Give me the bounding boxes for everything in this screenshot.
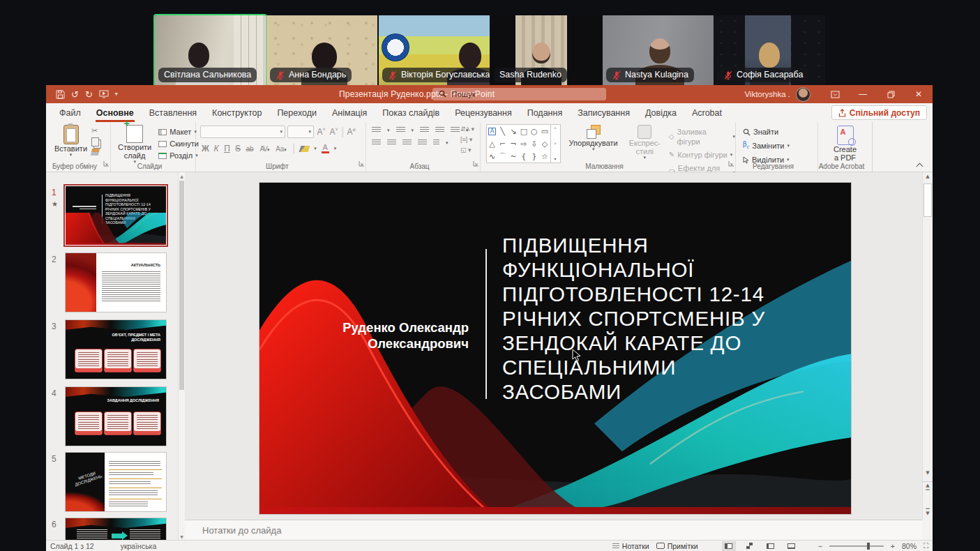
strikethrough-button[interactable]: S [235,144,241,153]
section-button[interactable]: Розділ▾ [158,151,199,160]
collapse-ribbon-icon[interactable] [917,162,923,167]
increase-indent-icon[interactable] [435,127,444,133]
clipboard-dialog-launcher-icon[interactable] [103,157,109,169]
arrange-button[interactable]: Упорядкувати▾ [566,124,621,152]
ribbon-display-options-icon[interactable] [821,85,849,103]
redo-icon[interactable]: ↻ [85,90,93,99]
participant-tile[interactable]: Світлана Сальникова [155,15,266,86]
shape-outline-button[interactable]: ✎Контур фігури▾ [669,150,735,160]
participant-tile[interactable]: Вікторія Богуславська [379,15,490,86]
shrink-font-icon[interactable]: A˅ [329,127,339,137]
align-text-icon[interactable]: [≡] ▾ [460,136,474,143]
scroll-up-icon[interactable]: ▲ [179,174,185,179]
save-icon[interactable] [56,90,65,99]
create-pdf-button[interactable]: Create a PDF [818,125,872,163]
slide-title[interactable]: ПІДВИЩЕННЯ ФУНКЦІОНАЛЬНОЇ ПІДГОТОВЛЕНОСТ… [502,233,765,404]
justify-icon[interactable] [418,139,427,146]
notes-pane[interactable]: Нотатки до слайда [185,520,922,541]
close-button[interactable]: ✕ [905,85,933,103]
thumbnail-slide-4[interactable]: ЗАВДАННЯ ДОСЛІДЖЕННЯ [66,387,166,446]
tab-help[interactable]: Довідка [638,103,684,122]
decrease-indent-icon[interactable] [420,127,429,133]
align-left-icon[interactable] [372,139,381,146]
language-indicator[interactable]: українська [121,542,157,550]
numbering-icon[interactable] [396,127,405,133]
new-slide-button[interactable]: Створити слайд▾ [115,124,154,165]
font-color-icon[interactable]: A [322,144,329,153]
title-bar[interactable]: ↺ ↻ ▾ Презентація Руденко.pptx - PowerPo… [46,85,933,103]
thumbnail-slide-1[interactable]: ПІДВИЩЕННЯ ФУНКЦІОНАЛЬНОЇ ПІДГОТОВЛЕНОСТ… [66,186,166,245]
participant-tile[interactable]: Софія Басараба [714,15,825,86]
highlight-color-icon[interactable] [299,146,310,152]
fit-slide-to-window-icon[interactable]: ⛶ [924,542,928,550]
start-slideshow-icon[interactable] [99,90,109,98]
share-button[interactable]: Спільний доступ [831,105,927,120]
shapes-gallery-scroll[interactable]: ˄˅▾ [550,125,560,163]
slide-counter[interactable]: Слайд 1 з 12 [50,542,94,550]
thumbnail-slide-2[interactable]: АКТУАЛЬНІСТЬ [66,253,166,312]
tab-slideshow[interactable]: Показ слайдів [375,103,447,122]
tab-recording[interactable]: Записування [570,103,638,122]
comments-toggle[interactable]: Примітки [656,541,698,551]
slide-editor[interactable]: Руденко Олександр Олександрович ПІДВИЩЕН… [185,172,922,520]
zoom-out-button[interactable]: − [818,542,822,550]
editor-scrollbar[interactable]: ▲ ▼ ▲▔ ▁▼ [922,172,933,520]
tab-animations[interactable]: Анімація [324,103,375,122]
zoom-in-button[interactable]: + [891,542,895,550]
underline-button[interactable]: П [224,144,230,153]
search-box[interactable]: Пошук [432,88,606,100]
shape-textbox[interactable]: A [488,128,495,135]
columns-icon[interactable] [433,139,439,146]
format-painter-icon[interactable] [91,149,100,156]
font-name-combo[interactable]: ▾ [200,126,285,138]
tab-acrobat[interactable]: Acrobat [684,103,730,122]
zoom-slider[interactable] [829,545,884,547]
paste-button[interactable]: Вставити▾ [52,124,90,158]
notes-toggle[interactable]: Нотатки [612,541,649,551]
participant-tile[interactable]: Sasha Rudenko [490,15,601,86]
align-center-icon[interactable] [387,139,396,146]
smartart-convert-icon[interactable]: ◱ ▾ [460,146,474,153]
minimize-button[interactable]: — [849,85,877,103]
find-button[interactable]: Знайти [743,127,817,137]
view-slide-sorter-button[interactable] [743,541,757,551]
scrollbar-thumb[interactable] [924,183,932,217]
change-case-icon[interactable]: Aa▾ [275,145,287,153]
tab-design[interactable]: Конструктор [204,103,269,122]
clear-formatting-icon[interactable]: A⌀ [346,127,356,137]
bullets-icon[interactable] [372,127,381,133]
grow-font-icon[interactable]: A˄ [316,127,326,137]
zoom-slider-knob[interactable] [867,543,870,550]
font-dialog-launcher-icon[interactable] [359,157,364,169]
cut-icon[interactable]: ✂ [91,126,99,135]
next-slide-button[interactable]: ▁▼ [923,503,933,517]
font-size-combo[interactable]: ▾ [287,126,314,138]
thumbnail-slide-5[interactable]: МЕТОДИ ДОСЛІДЖЕНЬ [66,453,166,511]
thumbnail-slide-6[interactable] [66,518,166,541]
zoom-level[interactable]: 80% [902,542,917,550]
thumbnail-scrollbar[interactable]: ▲ ▼ [178,172,185,541]
slide-author[interactable]: Руденко Олександр Олександрович [322,319,469,352]
layout-button[interactable]: Макет▾ [158,127,199,137]
tab-file[interactable]: Файл [52,103,89,122]
align-right-icon[interactable] [402,139,412,146]
replace-button[interactable]: ꞵc Замінити▾ [743,139,817,152]
thumbnail-slide-3[interactable]: ОБ'ЄКТ, ПРЕДМЕТ І МЕТА ДОСЛІДЖЕННЯ [66,320,166,379]
view-slideshow-button[interactable] [785,541,799,551]
scrollbar-thumb[interactable] [179,181,184,390]
text-direction-icon[interactable]: ⇵A ▾ [460,126,474,133]
slide-thumbnail-panel[interactable]: 1 ★ ПІДВИЩЕННЯ ФУНКЦІОНАЛЬНОЇ ПІДГОТОВЛЕ… [46,172,178,541]
italic-button[interactable]: К [213,144,219,153]
restore-button[interactable] [877,85,905,103]
scroll-down-icon[interactable]: ▼ [179,534,185,539]
undo-icon[interactable]: ↺ [71,90,79,99]
tab-insert[interactable]: Вставлення [142,103,204,122]
character-spacing-icon[interactable]: AV▾ [259,145,270,153]
shapes-gallery[interactable]: A ╲↘ □○ ▭△ ⌐¬ ⇨⇩ ◇∿ ⌒~ {} ☆ ˄˅▾ [486,124,561,163]
quick-styles-button[interactable]: Експрес- стилі▾ [626,124,663,160]
bold-button[interactable]: Ж [202,144,209,153]
view-reading-button[interactable] [764,541,778,551]
current-slide[interactable]: Руденко Олександр Олександрович ПІДВИЩЕН… [259,183,851,514]
reset-button[interactable]: Скинути [158,139,199,149]
copy-icon[interactable] [91,137,99,146]
